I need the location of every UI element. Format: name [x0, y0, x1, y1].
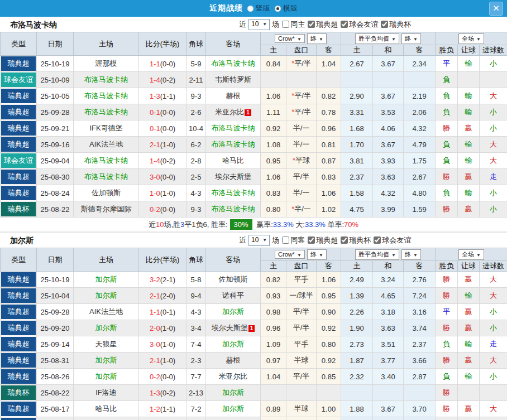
same-venue-checkbox[interactable] [282, 21, 289, 28]
column-subheader: 主 [341, 261, 373, 272]
column-subheader: 主 [261, 261, 286, 272]
avg-term-select-value: 终 [405, 35, 411, 42]
odds-home: 0.95 [261, 153, 286, 169]
result-handicap: 贏 [458, 120, 480, 137]
result-handicap: 贏 [458, 304, 480, 320]
avg-away: 1.75 [404, 153, 436, 169]
league-checkbox[interactable] [308, 236, 315, 244]
avg-draw: 4.32 [373, 185, 404, 201]
scope-select[interactable]: 全场▼ [458, 33, 484, 44]
avg-term-select[interactable]: 终▼ [401, 249, 421, 260]
league-filter-2[interactable]: 瑞典杯 [340, 233, 371, 248]
avg-home [341, 72, 373, 88]
away-team: 韦斯特罗斯 [206, 72, 261, 88]
full-time-score: 2-1 [150, 292, 160, 300]
home-team: IFK哥德堡 [74, 120, 139, 137]
avg-home: 2.90 [341, 88, 373, 104]
league-type-cell: 瑞典超 [1, 169, 37, 185]
avg-home: 2.67 [341, 56, 373, 72]
layout-radio-horizontal[interactable]: 横版 [275, 3, 298, 13]
league-label: 瑞典超 [316, 17, 338, 32]
result-goals: 走 [480, 169, 507, 185]
league-filter-2[interactable]: 球会友谊 [340, 17, 378, 32]
column-subheader: 进球数 [480, 261, 507, 272]
odds-term-select[interactable]: 终▼ [307, 249, 327, 260]
home-team: 天狼星 [74, 336, 139, 353]
league-checkbox[interactable] [308, 21, 315, 28]
league-filter-3[interactable]: 球会友谊 [373, 233, 411, 248]
odds-company-select[interactable]: Crow*▼ [275, 34, 305, 43]
away-team-name: 布洛马波卡纳 [212, 59, 255, 67]
avg-select[interactable]: 胜平负均值▼ [355, 33, 399, 44]
half-time-score: (1-0) [160, 340, 175, 349]
avg-group-header: 胜平负均值▼终▼ [341, 32, 436, 45]
odds-handicap: *半球 [286, 153, 317, 169]
score-cell: 2-1(1-0) [139, 353, 186, 369]
odds-home: 0.93 [261, 288, 286, 304]
league-label: 瑞典超 [316, 233, 338, 248]
home-team-name: IF洛迪 [95, 388, 117, 397]
summary-part: 场,胜 [164, 220, 180, 229]
full-time-score: 1-3 [150, 92, 160, 100]
league-type-cell: 瑞典超 [1, 401, 37, 417]
odds-handicap: 半/一 [286, 137, 317, 153]
league-filter-1[interactable]: 瑞典超 [307, 233, 338, 248]
same-venue-checkbox[interactable] [282, 236, 289, 244]
away-team: 赫根 [206, 88, 261, 104]
avg-draw: 3.99 [373, 201, 404, 218]
recent-results-panel: 近期战绩 竖版 横版 ✕ 布洛马波卡纳 近 10 ▼ 场 同主 [0, 0, 507, 420]
away-team: 布洛马波卡纳 [206, 120, 261, 137]
avg-term-select[interactable]: 终▼ [401, 33, 421, 44]
corners-cell: 2-5 [186, 169, 206, 185]
same-venue-filter[interactable]: 同客 [281, 233, 305, 248]
league-checkbox[interactable] [381, 21, 388, 28]
column-subheader: 进球数 [480, 45, 507, 56]
match-date: 25-08-17 [37, 401, 74, 417]
league-checkbox[interactable] [341, 236, 348, 244]
away-team: 哈马比 [206, 153, 261, 169]
home-team-name: 布洛马波卡纳 [84, 156, 128, 165]
match-count-select[interactable]: 10 ▼ [248, 19, 270, 30]
league-checkbox[interactable] [341, 21, 348, 28]
half-time-score: (0-0) [160, 124, 175, 133]
league-filter-3[interactable]: 瑞典杯 [380, 17, 411, 32]
summary-part: 6, [203, 220, 211, 229]
result-wdl: 勝 [436, 120, 458, 137]
match-count-select[interactable]: 10 ▼ [248, 235, 270, 246]
same-venue-filter[interactable]: 同主 [281, 17, 305, 32]
result-wdl: 平 [436, 56, 458, 72]
odds-term-select[interactable]: 终▼ [307, 33, 327, 44]
chevron-down-icon: ▼ [319, 37, 323, 42]
result-handicap: 輸 [458, 104, 480, 120]
full-time-score: 1-3 [150, 389, 160, 397]
scope-select[interactable]: 全场▼ [458, 249, 484, 260]
league-badge: 瑞典超 [1, 121, 36, 136]
home-team-name: 哈马比 [95, 404, 117, 413]
home-team-name: AIK法兰地 [89, 307, 123, 316]
summary-part: 33.3% [305, 220, 326, 229]
half-time-score: (2-1) [160, 276, 175, 284]
score-cell: 3-2(2-1) [139, 272, 186, 288]
odds-away: 1.02 [317, 201, 341, 218]
layout-radio-vertical[interactable]: 竖版 [247, 3, 270, 13]
home-team-name: 天狼星 [95, 340, 117, 348]
league-badge: 瑞典超 [1, 137, 36, 152]
league-type-cell: 瑞典超 [1, 56, 37, 72]
odds-away: 1.00 [317, 401, 341, 417]
match-row: 瑞典超25-09-21IFK哥德堡0-1(0-0)10-4布洛马波卡纳0.92半… [1, 120, 507, 137]
header-row: 类型日期主场比分(半场)角球客场Crow*▼终▼胜平负均值▼终▼全场▼ [1, 248, 507, 261]
match-row: 瑞典超25-08-17哈马比1-2(1-1)7-2加尔斯0.89半球1.001.… [1, 401, 507, 417]
match-date: 25-08-22 [37, 201, 74, 218]
full-time-score: 1-2 [150, 405, 160, 413]
home-team: 布洛马波卡纳 [74, 104, 139, 120]
full-time-score: 2-1 [150, 141, 160, 149]
avg-select[interactable]: 胜平负均值▼ [355, 249, 399, 260]
league-filter-1[interactable]: 瑞典超 [307, 17, 338, 32]
odds-handicap: *平/半 [286, 88, 317, 104]
league-checkbox[interactable] [374, 236, 381, 244]
close-button[interactable]: ✕ [489, 2, 503, 16]
full-time-score: 0-1 [150, 108, 160, 117]
league-badge: 瑞典超 [1, 337, 36, 351]
match-row: 瑞典杯25-08-22斯德哥尔摩国际0-2(0-0)9-3布洛马波卡纳0.80*… [1, 201, 507, 218]
odds-company-select[interactable]: Crow*▼ [275, 250, 305, 259]
